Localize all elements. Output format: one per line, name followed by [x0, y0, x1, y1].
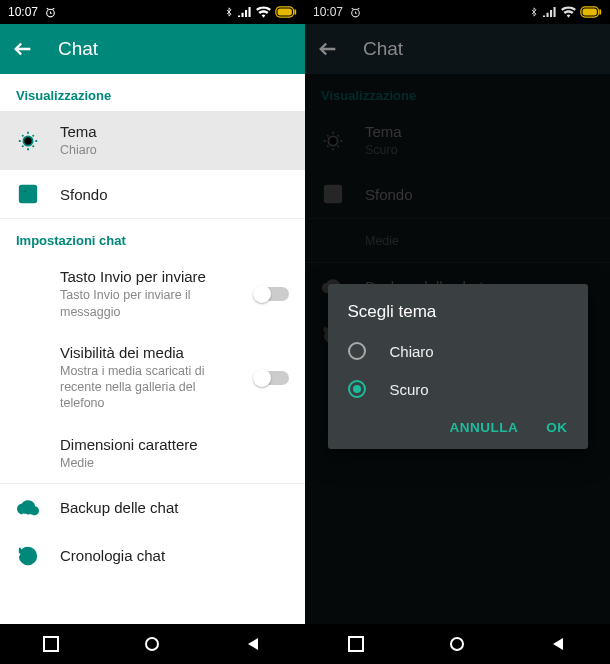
status-time: 10:07	[313, 5, 343, 19]
nav-home[interactable]	[449, 636, 465, 652]
app-bar: Chat	[305, 24, 610, 74]
app-bar: Chat	[0, 24, 305, 74]
wifi-icon	[561, 6, 576, 18]
radio-label-dark: Scuro	[390, 381, 429, 398]
svg-point-17	[451, 638, 463, 650]
nav-bar	[0, 624, 305, 664]
row-font-title: Dimensioni carattere	[60, 436, 289, 453]
row-theme[interactable]: Tema Chiaro	[0, 111, 305, 170]
nav-recent[interactable]	[43, 636, 59, 652]
section-chat-settings: Impostazioni chat	[0, 219, 305, 256]
row-font-sub: Medie	[60, 455, 289, 471]
svg-rect-2	[278, 9, 292, 16]
page-title: Chat	[58, 38, 98, 60]
svg-rect-7	[44, 637, 58, 651]
radio-icon	[348, 342, 366, 360]
battery-icon	[580, 6, 602, 18]
page-title: Chat	[363, 38, 403, 60]
phone-light: 10:07 Chat Visualizzazione Tema Chiaro	[0, 0, 305, 664]
radio-option-light[interactable]: Chiaro	[328, 332, 588, 370]
svg-point-8	[146, 638, 158, 650]
back-icon[interactable]	[317, 38, 339, 60]
dialog-overlay[interactable]: Scegli tema Chiaro Scuro ANNULLA OK	[305, 74, 610, 624]
settings-list-dark: Visualizzazione Tema Scuro Sfondo Medie …	[305, 74, 610, 624]
svg-rect-3	[294, 9, 296, 14]
nav-home[interactable]	[144, 636, 160, 652]
status-bar: 10:07	[305, 0, 610, 24]
row-theme-title: Tema	[60, 123, 289, 140]
cloud-upload-icon	[16, 496, 40, 520]
status-time: 10:07	[8, 5, 38, 19]
history-icon	[16, 544, 40, 568]
cancel-button[interactable]: ANNULLA	[450, 420, 519, 435]
signal-icon	[543, 6, 557, 18]
radio-icon-checked	[348, 380, 366, 398]
row-wallpaper-title: Sfondo	[60, 186, 289, 203]
nav-back[interactable]	[551, 636, 567, 652]
theme-dialog: Scegli tema Chiaro Scuro ANNULLA OK	[328, 284, 588, 449]
bluetooth-icon	[529, 6, 539, 18]
section-visualization: Visualizzazione	[0, 74, 305, 111]
radio-option-dark[interactable]: Scuro	[328, 370, 588, 408]
radio-label-light: Chiaro	[390, 343, 434, 360]
row-wallpaper[interactable]: Sfondo	[0, 170, 305, 218]
row-media-title: Visibilità dei media	[60, 344, 235, 361]
signal-icon	[238, 6, 252, 18]
row-history[interactable]: Cronologia chat	[0, 532, 305, 580]
row-media-visibility[interactable]: Visibilità dei media Mostra i media scar…	[0, 332, 305, 424]
row-enter-send-sub: Tasto Invio per inviare il messaggio	[60, 287, 235, 320]
row-history-title: Cronologia chat	[60, 547, 289, 564]
back-icon[interactable]	[12, 38, 34, 60]
row-enter-send[interactable]: Tasto Invio per inviare Tasto Invio per …	[0, 256, 305, 332]
row-backup[interactable]: Backup delle chat	[0, 484, 305, 532]
theme-icon	[16, 129, 40, 153]
nav-recent[interactable]	[348, 636, 364, 652]
alarm-icon	[349, 6, 362, 19]
bluetooth-icon	[224, 6, 234, 18]
row-media-sub: Mostra i media scaricati di recente nell…	[60, 363, 235, 412]
svg-point-6	[24, 190, 27, 193]
svg-point-4	[23, 136, 32, 145]
svg-rect-12	[599, 9, 601, 14]
battery-icon	[275, 6, 297, 18]
side-by-side: 10:07 Chat Visualizzazione Tema Chiaro	[0, 0, 610, 664]
row-font-size[interactable]: Dimensioni carattere Medie	[0, 424, 305, 483]
row-enter-send-title: Tasto Invio per inviare	[60, 268, 235, 285]
ok-button[interactable]: OK	[546, 420, 567, 435]
toggle-enter-send[interactable]	[255, 287, 289, 301]
wallpaper-icon	[16, 182, 40, 206]
dialog-actions: ANNULLA OK	[328, 408, 588, 441]
phone-dark: 10:07 Chat Visualizzazione Tema Scuro	[305, 0, 610, 664]
row-theme-value: Chiaro	[60, 142, 289, 158]
svg-rect-11	[583, 9, 597, 16]
wifi-icon	[256, 6, 271, 18]
row-backup-title: Backup delle chat	[60, 499, 289, 516]
dialog-title: Scegli tema	[328, 302, 588, 332]
settings-list: Visualizzazione Tema Chiaro Sfondo Impos…	[0, 74, 305, 624]
nav-back[interactable]	[246, 636, 262, 652]
status-bar: 10:07	[0, 0, 305, 24]
nav-bar	[305, 624, 610, 664]
toggle-media-visibility[interactable]	[255, 371, 289, 385]
alarm-icon	[44, 6, 57, 19]
svg-rect-16	[349, 637, 363, 651]
